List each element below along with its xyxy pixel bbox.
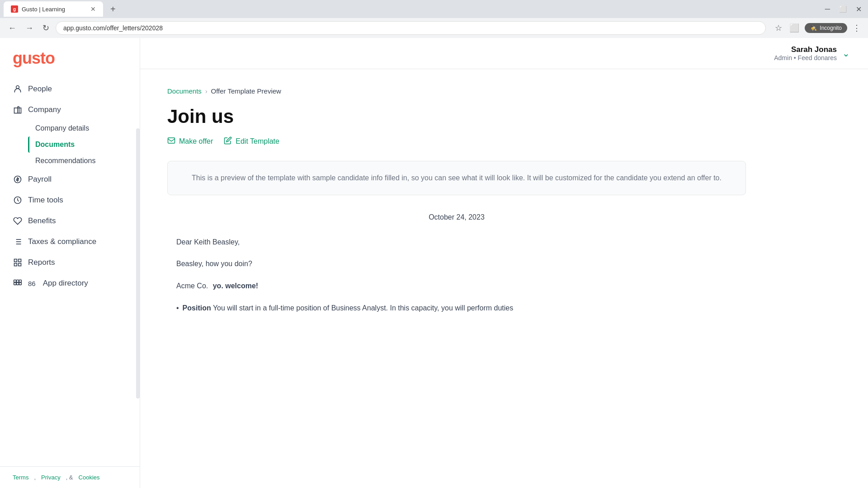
user-menu[interactable]: Sarah Jonas Admin • Feed donares ⌄ xyxy=(774,45,850,61)
reports-label: Reports xyxy=(28,258,55,267)
sidebar-footer: Terms , Privacy , & Cookies xyxy=(0,466,140,488)
browser-tab[interactable]: g Gusto | Learning ✕ xyxy=(4,1,103,17)
svg-rect-14 xyxy=(14,280,16,282)
url-bar[interactable]: app.gusto.com/offer_letters/202028 xyxy=(56,21,766,35)
tab-close-button[interactable]: ✕ xyxy=(90,5,96,13)
envelope-icon xyxy=(167,136,175,146)
app-directory-label: App directory xyxy=(43,279,88,288)
dollar-icon xyxy=(13,174,23,184)
letter-content: October 24, 2023 Dear Keith Beasley, Bea… xyxy=(167,213,746,315)
heart-icon xyxy=(13,216,23,226)
company-name: Acme Co. xyxy=(176,282,208,290)
bullet-dot: • xyxy=(176,302,179,315)
forward-button[interactable]: → xyxy=(23,22,36,35)
svg-rect-20 xyxy=(168,138,175,143)
maximize-button[interactable]: ⬜ xyxy=(836,3,849,15)
person-icon xyxy=(13,84,23,94)
minimize-button[interactable]: ─ xyxy=(822,3,833,15)
welcome-text-bold: yo. welcome! xyxy=(213,282,258,290)
company-sub-nav: Company details Documents Recommendation… xyxy=(0,120,140,169)
browser-toolbar: ← → ↻ app.gusto.com/offer_letters/202028… xyxy=(0,18,868,38)
svg-rect-12 xyxy=(19,263,21,266)
user-details: Sarah Jonas Admin • Feed donares xyxy=(774,45,837,61)
sidebar-item-company[interactable]: Company xyxy=(0,99,140,120)
sidebar-item-recommendations[interactable]: Recommendations xyxy=(28,153,140,169)
tab-favicon: g xyxy=(11,5,18,13)
terms-link[interactable]: Terms xyxy=(13,474,28,481)
sidebar-item-people[interactable]: People xyxy=(0,79,140,99)
svg-point-0 xyxy=(16,86,19,89)
tab-title: Gusto | Learning xyxy=(22,6,65,13)
breadcrumb-current: Offer Template Preview xyxy=(211,87,281,95)
content-area: Documents › Offer Template Preview Join … xyxy=(140,69,773,338)
time-tools-label: Time tools xyxy=(28,196,63,205)
browser-actions: ☆ ⬜ 🕵 Incognito ⋮ xyxy=(773,21,863,35)
breadcrumb: Documents › Offer Template Preview xyxy=(167,87,746,95)
bullet-position: • Position You will start in a full-time… xyxy=(176,302,737,315)
sidebar-item-company-details[interactable]: Company details xyxy=(28,120,140,136)
sidebar-item-time-tools[interactable]: Time tools xyxy=(0,190,140,211)
action-buttons: Make offer Edit Template xyxy=(167,136,746,146)
taxes-label: Taxes & compliance xyxy=(28,237,96,246)
sidebar-item-benefits[interactable]: Benefits xyxy=(0,211,140,231)
footer-sep1: , xyxy=(34,474,36,481)
title-bar: g Gusto | Learning ✕ + ─ ⬜ ✕ xyxy=(0,0,868,18)
privacy-link[interactable]: Privacy xyxy=(41,474,61,481)
svg-rect-10 xyxy=(14,259,17,262)
browser-chrome: g Gusto | Learning ✕ + ─ ⬜ ✕ ← → ↻ app.g… xyxy=(0,0,868,38)
more-button[interactable]: ⋮ xyxy=(851,21,863,35)
footer-sep2: , & xyxy=(66,474,73,481)
app: gusto People Company Company details Doc… xyxy=(0,38,868,488)
user-role: Admin • Feed donares xyxy=(774,54,837,61)
sidebar-navigation: People Company Company details Documents… xyxy=(0,79,140,466)
edit-icon xyxy=(224,136,232,146)
profile-button[interactable]: ⬜ xyxy=(788,21,801,35)
edit-template-button[interactable]: Edit Template xyxy=(224,136,279,146)
svg-rect-15 xyxy=(17,280,19,282)
sidebar-item-app-directory[interactable]: 86 App directory xyxy=(0,273,140,294)
sidebar-item-taxes[interactable]: Taxes & compliance xyxy=(0,231,140,252)
main-content: Documents › Offer Template Preview Join … xyxy=(140,69,868,488)
benefits-label: Benefits xyxy=(28,216,56,225)
sidebar-item-documents[interactable]: Documents xyxy=(28,136,140,153)
app-header: Sarah Jonas Admin • Feed donares ⌄ xyxy=(140,38,868,69)
svg-rect-18 xyxy=(17,282,19,285)
app-directory-badge: 86 xyxy=(28,280,36,287)
bookmark-button[interactable]: ☆ xyxy=(773,21,784,35)
back-button[interactable]: ← xyxy=(5,22,19,35)
new-tab-button[interactable]: + xyxy=(107,4,119,14)
sidebar: gusto People Company Company details Doc… xyxy=(0,38,140,488)
svg-rect-19 xyxy=(19,282,21,285)
make-offer-button[interactable]: Make offer xyxy=(167,136,213,146)
url-text: app.gusto.com/offer_letters/202028 xyxy=(63,24,163,32)
close-window-button[interactable]: ✕ xyxy=(853,3,864,15)
svg-rect-13 xyxy=(14,263,17,266)
svg-rect-16 xyxy=(19,280,21,282)
letter-date: October 24, 2023 xyxy=(176,213,737,221)
chevron-down-icon: ⌄ xyxy=(842,48,850,59)
incognito-badge: 🕵 Incognito xyxy=(805,23,847,33)
payroll-label: Payroll xyxy=(28,175,52,184)
breadcrumb-separator: › xyxy=(205,88,208,95)
company-label: Company xyxy=(28,105,61,114)
preview-description: This is a preview of the template with s… xyxy=(167,161,746,195)
bullet-text-content: You will start in a full-time position o… xyxy=(213,304,513,312)
svg-rect-11 xyxy=(19,259,21,262)
people-label: People xyxy=(28,84,52,94)
cookies-link[interactable]: Cookies xyxy=(79,474,100,481)
sidebar-scrollbar[interactable] xyxy=(136,128,140,399)
page-title: Join us xyxy=(167,106,746,127)
incognito-label: Incognito xyxy=(820,25,842,31)
breadcrumb-parent-link[interactable]: Documents xyxy=(167,87,202,95)
clock-icon xyxy=(13,195,23,205)
sidebar-item-reports[interactable]: Reports xyxy=(0,252,140,273)
letter-greeting: Beasley, how you doin? xyxy=(176,258,737,271)
logo-text: gusto xyxy=(13,49,55,67)
sidebar-item-payroll[interactable]: Payroll xyxy=(0,169,140,190)
list-icon xyxy=(13,237,23,247)
letter-company-line: Acme Co. yo. welcome! xyxy=(176,280,737,293)
reload-button[interactable]: ↻ xyxy=(40,21,52,35)
apps-icon xyxy=(13,278,23,288)
svg-rect-17 xyxy=(14,282,16,285)
reports-icon xyxy=(13,258,23,267)
